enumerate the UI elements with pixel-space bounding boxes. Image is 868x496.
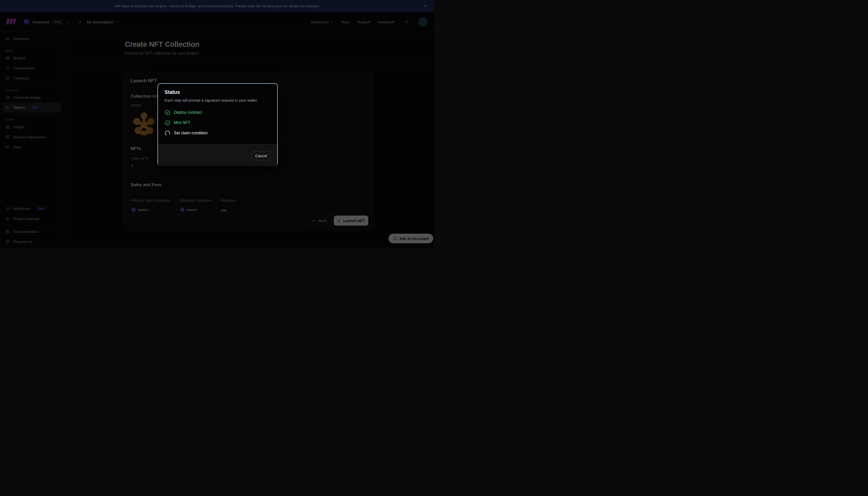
step-label: Mint NFT (174, 121, 190, 125)
cancel-button[interactable]: Cancel (252, 151, 271, 160)
step-label: Deploy contract (174, 110, 202, 115)
status-modal: Status Each step will prompt a signature… (157, 83, 278, 166)
modal-subtitle: Each step will prompt a signature reques… (165, 98, 257, 103)
step-mint-nft: Mint NFT (165, 120, 190, 126)
modal-title: Status (165, 89, 180, 95)
step-label: Set claim condition (174, 131, 207, 135)
check-circle-icon (165, 110, 170, 115)
step-deploy-contract: Deploy contract (165, 109, 202, 115)
spinner-icon (165, 130, 170, 136)
modal-footer: Cancel (158, 144, 277, 166)
step-set-claim-condition: Set claim condition (165, 130, 207, 136)
check-circle-icon (165, 120, 170, 126)
